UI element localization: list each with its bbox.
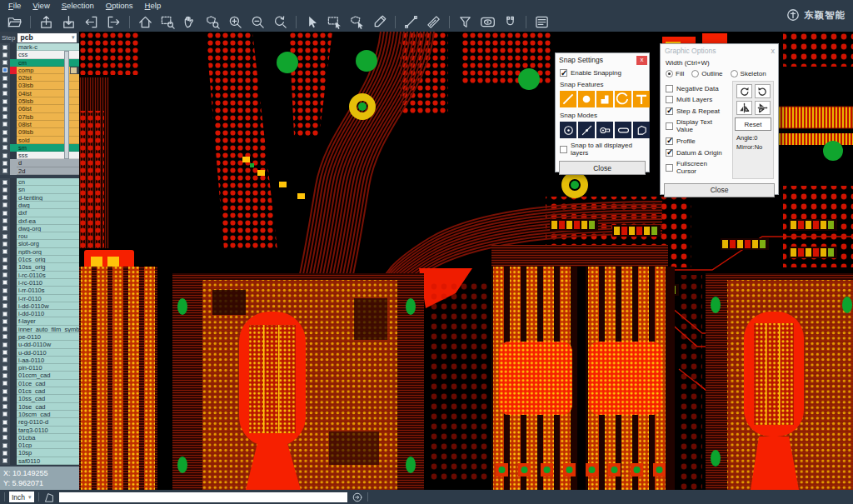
layer-visibility-checkbox[interactable]: [0, 287, 10, 294]
layer-row[interactable]: u-dd-0110w: [0, 341, 79, 348]
snap-all-layers-checkbox-row[interactable]: Snap to all displayed layers: [560, 142, 645, 157]
layer-color-swatch[interactable]: [10, 326, 17, 333]
graphic-option-negative-data[interactable]: Negative Data: [666, 85, 729, 92]
layer-visibility-checkbox[interactable]: [0, 178, 10, 186]
layer-row[interactable]: i-aa-0110: [0, 357, 79, 364]
layer-visibility-checkbox[interactable]: [0, 380, 10, 387]
layer-color-swatch[interactable]: [10, 310, 17, 317]
step-select[interactable]: pcb ▾: [17, 33, 77, 42]
layer-color-swatch[interactable]: [10, 272, 17, 279]
layer-visibility-checkbox[interactable]: [0, 217, 10, 225]
menu-item-view[interactable]: View: [27, 0, 55, 12]
menu-item-file[interactable]: File: [2, 0, 27, 12]
layer-visibility-checkbox[interactable]: [0, 364, 10, 372]
reset-button[interactable]: Reset: [735, 117, 771, 131]
layer-row[interactable]: i-dd-0110w: [0, 302, 79, 310]
layer-visibility-checkbox[interactable]: [0, 167, 10, 175]
open-button[interactable]: [4, 12, 25, 31]
layer-visibility-checkbox[interactable]: [0, 403, 10, 411]
layer-visibility-checkbox[interactable]: [0, 43, 10, 51]
layer-color-swatch[interactable]: [10, 209, 17, 217]
layer-color-swatch[interactable]: [10, 51, 17, 58]
graphic-dialog-titlebar[interactable]: Graphic Options x: [661, 44, 778, 57]
layer-row[interactable]: i-rr-0110: [0, 295, 79, 302]
layer-color-swatch[interactable]: [10, 418, 17, 426]
snap-feature-corner-button[interactable]: [596, 91, 613, 107]
layer-color-swatch[interactable]: [10, 449, 17, 457]
layer-color-swatch[interactable]: [10, 295, 17, 302]
layer-color-swatch[interactable]: [10, 202, 17, 209]
close-icon[interactable]: x: [636, 56, 647, 65]
zoom-window-button[interactable]: [157, 12, 178, 31]
layer-color-swatch[interactable]: [10, 248, 17, 256]
layer-color-swatch[interactable]: [10, 317, 17, 325]
layer-row[interactable]: pin-0110: [0, 364, 79, 372]
clear-highlight-button[interactable]: [369, 12, 390, 31]
layer-visibility-checkbox[interactable]: [0, 209, 10, 217]
enable-snapping-checkbox[interactable]: [560, 69, 567, 77]
layer-row[interactable]: 01ce_cad: [0, 380, 79, 387]
layer-visibility-checkbox[interactable]: [0, 152, 10, 159]
layer-visibility-checkbox[interactable]: [0, 357, 10, 364]
layer-color-swatch[interactable]: [10, 387, 17, 395]
layer-visibility-checkbox[interactable]: [0, 121, 10, 128]
layer-color-swatch[interactable]: [10, 67, 17, 74]
layer-visibility-checkbox[interactable]: [0, 128, 10, 136]
filter-button[interactable]: [455, 12, 476, 31]
width-radio-fill[interactable]: Fill: [666, 70, 684, 77]
layer-row[interactable]: u-dd-0110: [0, 349, 79, 357]
layer-row[interactable]: 10se_cad: [0, 403, 79, 411]
layer-visibility-checkbox[interactable]: [0, 105, 10, 112]
snap-mode-center-button[interactable]: [560, 122, 576, 138]
menu-item-help[interactable]: Help: [139, 0, 167, 12]
layer-color-swatch[interactable]: [10, 287, 17, 294]
layer-visibility-checkbox[interactable]: [0, 427, 10, 434]
menu-item-selection[interactable]: Selection: [56, 0, 100, 12]
layer-row[interactable]: 2d: [0, 167, 79, 175]
graphic-option-step-repeat[interactable]: Step & Repeat: [666, 107, 729, 115]
layer-visibility-checkbox[interactable]: [0, 144, 10, 152]
layer-color-swatch[interactable]: [10, 152, 17, 159]
layer-color-swatch[interactable]: [10, 457, 17, 465]
layer-color-swatch[interactable]: [10, 82, 17, 89]
layer-list-scrollbar[interactable]: [64, 51, 69, 159]
layer-row[interactable]: 10ss_orig: [0, 263, 79, 271]
layer-row[interactable]: inner_auto_film_symb: [0, 326, 79, 333]
layer-visibility-checkbox[interactable]: [0, 279, 10, 287]
layer-row[interactable]: dwg: [0, 202, 79, 209]
layer-color-swatch[interactable]: [10, 403, 17, 411]
graphic-option-profile[interactable]: Profile: [666, 137, 729, 145]
layer-row[interactable]: 10scm_cad: [0, 411, 79, 418]
layer-row[interactable]: 01ccm_cad: [0, 372, 79, 379]
layer-panel-button[interactable]: [531, 12, 552, 31]
radio-icon[interactable]: [731, 70, 738, 77]
layer-row[interactable]: 10ss_cad: [0, 395, 79, 402]
layer-visibility-checkbox[interactable]: [0, 302, 10, 310]
layer-visibility-checkbox[interactable]: [0, 295, 10, 302]
checkbox-icon[interactable]: [666, 85, 673, 92]
layer-color-swatch[interactable]: [10, 427, 17, 434]
measure-button[interactable]: [423, 12, 444, 31]
layer-color-swatch[interactable]: [10, 128, 17, 136]
layer-color-swatch[interactable]: [10, 178, 17, 186]
layer-visibility-checkbox[interactable]: [0, 67, 10, 74]
layer-visibility-checkbox[interactable]: [0, 232, 10, 240]
layer-color-swatch[interactable]: [10, 74, 17, 82]
close-icon[interactable]: x: [771, 47, 776, 55]
snap-mode-hole-button[interactable]: [596, 122, 613, 138]
import-bottom-button[interactable]: [58, 12, 79, 31]
snap-feature-arc-button[interactable]: [615, 91, 631, 107]
home-view-button[interactable]: [135, 12, 156, 31]
layer-row[interactable]: dxf: [0, 209, 79, 217]
radio-icon[interactable]: [691, 70, 699, 77]
layer-color-swatch[interactable]: [10, 113, 17, 121]
width-radio-outline[interactable]: Outline: [691, 70, 722, 77]
snap-all-layers-checkbox[interactable]: [560, 146, 567, 153]
import-left-button[interactable]: [81, 12, 102, 31]
layer-flag-icon[interactable]: [70, 67, 77, 74]
checkbox-icon[interactable]: [666, 122, 673, 130]
layer-row[interactable]: pe-0110: [0, 333, 79, 341]
layer-row[interactable]: 01cs_cad: [0, 387, 79, 395]
layer-color-swatch[interactable]: [10, 186, 17, 193]
layer-visibility-checkbox[interactable]: [0, 449, 10, 457]
